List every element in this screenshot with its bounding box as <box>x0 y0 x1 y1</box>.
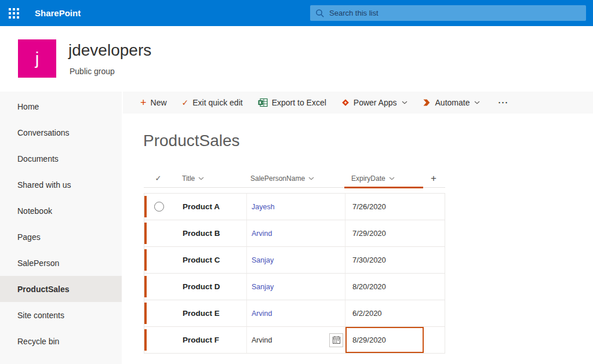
column-header-expirydate[interactable]: ExpiryDate <box>344 174 423 183</box>
automate-label: Automate <box>435 98 470 107</box>
row-select-cell[interactable] <box>144 220 173 246</box>
command-bar: + New ✓ Exit quick edit Export to Excel <box>123 92 593 114</box>
row-edited-indicator <box>144 329 147 351</box>
site-privacy-label: Public group <box>70 67 115 76</box>
expirydate-active-underline <box>344 187 423 188</box>
select-all-button[interactable]: ✓ <box>144 174 173 183</box>
plus-icon: + <box>140 97 147 108</box>
check-icon: ✓ <box>182 99 189 107</box>
table-row: Product A Jayesh 7/26/2020 <box>144 193 445 220</box>
more-commands-button[interactable]: ⋯ <box>495 96 510 109</box>
chevron-down-icon <box>308 177 314 180</box>
row-select-cell[interactable] <box>144 194 173 220</box>
cell-salepersonname[interactable]: Sanjay <box>246 274 345 300</box>
sharepoint-brand-link[interactable]: SharePoint <box>35 8 81 18</box>
sidebar-item-conversations[interactable]: Conversations <box>0 119 122 145</box>
export-to-excel-label: Export to Excel <box>272 98 326 107</box>
power-apps-icon <box>341 99 350 107</box>
column-title-label: Title <box>182 174 195 183</box>
person-link[interactable]: Sanjay <box>252 256 274 264</box>
row-edited-indicator <box>144 303 147 324</box>
main-content: + New ✓ Exit quick edit Export to Excel <box>123 92 593 364</box>
cell-salepersonname[interactable]: Arvind <box>246 220 345 246</box>
table-row: Product E Arvind 6/2/2020 <box>144 300 445 327</box>
new-button[interactable]: + New <box>140 97 167 108</box>
cell-expirydate[interactable]: 7/29/2020 <box>345 220 424 246</box>
row-edited-indicator <box>144 276 147 297</box>
export-to-excel-button[interactable]: Export to Excel <box>258 98 326 107</box>
automate-icon <box>423 99 431 107</box>
column-header-title[interactable]: Title <box>173 174 246 183</box>
automate-button[interactable]: Automate <box>423 98 481 107</box>
person-link[interactable]: Arvind <box>252 230 272 238</box>
column-expirydate-label: ExpiryDate <box>351 174 385 183</box>
person-link[interactable]: Arvind <box>252 336 272 344</box>
sidebar-item-shared-with-us[interactable]: Shared with us <box>0 172 122 198</box>
search-icon <box>315 9 325 18</box>
row-edited-indicator <box>144 196 147 217</box>
row-select-circle[interactable] <box>154 202 164 212</box>
table-row: Product C Sanjay 7/30/2020 <box>144 246 445 274</box>
table-row: Product F Arvind <box>144 326 445 354</box>
cell-title[interactable]: Product B <box>173 220 246 246</box>
app-launcher-button[interactable] <box>0 0 28 26</box>
cell-expirydate[interactable]: 7/30/2020 <box>345 247 424 273</box>
row-select-cell[interactable] <box>144 247 173 273</box>
row-edited-indicator <box>144 249 147 271</box>
cell-expirydate[interactable]: 8/20/2020 <box>345 274 424 300</box>
cell-expirydate[interactable]: 6/2/2020 <box>345 300 424 326</box>
cell-salepersonname[interactable]: Arvind <box>246 300 345 326</box>
cell-title[interactable]: Product D <box>173 274 246 300</box>
search-box[interactable] <box>310 5 586 21</box>
sidebar-item-saleperson[interactable]: SalePerson <box>0 250 122 276</box>
sidebar-item-recycle-bin[interactable]: Recycle bin <box>0 328 122 354</box>
sidebar-item-notebook[interactable]: Notebook <box>0 198 122 224</box>
column-header-salepersonname[interactable]: SalePersonName <box>246 174 344 183</box>
cell-expirydate-selected[interactable]: 8/29/2020 <box>345 327 424 353</box>
cell-title[interactable]: Product F <box>173 327 246 353</box>
sidebar-item-productsales[interactable]: ProductSales <box>0 276 122 302</box>
person-link[interactable]: Jayesh <box>252 203 275 211</box>
grid-header: ✓ Title SalePersonName ExpiryDate <box>144 169 445 188</box>
grid-body: Product A Jayesh 7/26/2020 Product B Arv… <box>144 193 445 354</box>
person-link[interactable]: Sanjay <box>252 283 274 291</box>
row-select-cell[interactable] <box>144 300 173 326</box>
chevron-down-icon <box>474 101 480 104</box>
search-input[interactable] <box>329 9 581 17</box>
cell-title[interactable]: Product C <box>173 247 246 273</box>
sidebar-item-pages[interactable]: Pages <box>0 224 122 250</box>
excel-icon <box>258 98 268 107</box>
cell-title[interactable]: Product E <box>173 300 246 326</box>
new-button-label: New <box>151 98 167 107</box>
row-select-cell[interactable] <box>144 327 173 353</box>
column-salepersonname-label: SalePersonName <box>250 174 305 183</box>
cell-salepersonname[interactable]: Sanjay <box>246 247 345 273</box>
exit-quick-edit-button[interactable]: ✓ Exit quick edit <box>182 98 243 107</box>
cell-salepersonname[interactable]: Arvind <box>246 327 345 353</box>
table-row: Product B Arvind 7/29/2020 <box>144 220 445 247</box>
row-edited-indicator <box>144 223 147 244</box>
power-apps-button[interactable]: Power Apps <box>341 98 408 107</box>
chevron-down-icon <box>198 177 204 180</box>
row-select-cell[interactable] <box>144 274 173 300</box>
cell-expirydate[interactable]: 7/26/2020 <box>345 194 424 220</box>
person-link[interactable]: Arvind <box>252 310 272 318</box>
cell-salepersonname[interactable]: Jayesh <box>246 194 345 220</box>
sidebar-item-site-contents[interactable]: Site contents <box>0 302 122 328</box>
sidebar-item-documents[interactable]: Documents <box>0 145 122 172</box>
sidebar-item-edit[interactable]: Edit <box>0 354 122 364</box>
sidebar: Home Conversations Documents Shared with… <box>0 92 122 364</box>
site-title: jdevelopers <box>68 41 151 60</box>
site-header: j jdevelopers Public group <box>0 26 593 92</box>
chevron-down-icon <box>389 177 395 180</box>
page-title: ProductSales <box>143 132 593 150</box>
power-apps-label: Power Apps <box>354 98 397 107</box>
waffle-icon <box>9 8 19 19</box>
cell-title[interactable]: Product A <box>173 194 246 220</box>
add-column-button[interactable]: + <box>423 173 444 184</box>
date-picker-button[interactable] <box>329 333 343 347</box>
suite-header: SharePoint <box>0 0 593 26</box>
calendar-icon <box>332 336 341 344</box>
site-logo[interactable]: j <box>18 39 56 78</box>
sidebar-item-home[interactable]: Home <box>0 93 122 119</box>
